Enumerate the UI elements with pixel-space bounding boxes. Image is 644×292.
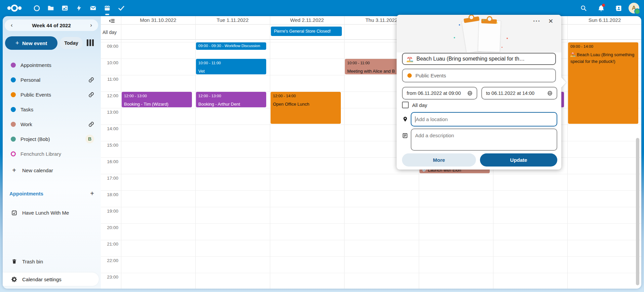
notifications-icon[interactable] [594, 0, 608, 16]
beach-umbrella-icon [407, 56, 413, 62]
share-link-icon[interactable] [88, 121, 94, 127]
appointments-heading: Appointments + [9, 190, 94, 197]
event[interactable]: 10:00 - 11:00Vet [196, 59, 266, 74]
column-divider [121, 16, 121, 289]
sidebar-calendar-work[interactable]: Work [3, 117, 101, 131]
start-datetime-field[interactable]: from 06.11.2022 at 09:00 [402, 87, 477, 100]
hour-line [101, 207, 641, 207]
description-input[interactable]: Add a description [411, 129, 557, 151]
event-title-value: Beach Luau (Bring something special for … [416, 56, 525, 62]
calendar-color-dot[interactable] [11, 122, 16, 127]
event-time: 12:00 - 14:00 [273, 93, 338, 99]
photos-icon[interactable] [58, 0, 72, 16]
new-calendar-button[interactable]: + New calendar [3, 164, 101, 176]
event[interactable]: 12:00 - 13:00Booking - Tim (Wizard) [122, 92, 192, 107]
close-icon[interactable]: ✕ [548, 17, 553, 25]
collapse-weekends-icon[interactable] [109, 18, 115, 25]
hour-label: 22:00 [101, 258, 118, 263]
hour-line [101, 190, 641, 191]
hour-label: 20:00 [101, 225, 118, 230]
add-appointment-button[interactable]: + [90, 190, 94, 197]
day-header: Mon 31.10.2022 [121, 17, 195, 24]
calendar-color-dot[interactable] [11, 137, 16, 142]
new-event-button[interactable]: + New event [5, 36, 57, 50]
event-editor-popup: ··· ✕ + Beach Luau (Bring something spec… [397, 15, 561, 170]
vertical-scrollbar[interactable] [636, 138, 639, 285]
notification-badge [602, 4, 605, 7]
calendar-select[interactable]: Public Events [402, 69, 556, 82]
more-button[interactable]: More [402, 153, 476, 167]
mail-icon[interactable] [86, 0, 100, 16]
previous-week-button[interactable]: ‹ [9, 22, 14, 29]
timezone-globe-icon[interactable] [547, 90, 553, 96]
hour-label: 09:00 [101, 44, 118, 49]
calendar-label: Tasks [21, 107, 33, 112]
next-week-button[interactable]: › [89, 22, 93, 29]
appointment-item[interactable]: Have Lunch With Me [3, 207, 101, 219]
trash-bin-button[interactable]: Trash bin [3, 255, 101, 267]
timezone-globe-icon[interactable] [467, 90, 473, 96]
description-placeholder: Add a description [415, 133, 454, 138]
today-button[interactable]: Today [60, 37, 83, 49]
calendar-icon[interactable] [100, 0, 114, 16]
event-time: 12:00 - 13:00 [124, 93, 190, 99]
hour-label: 13:00 [101, 110, 118, 115]
event-title: Booking - Arthur Dent [198, 101, 264, 107]
column-divider [195, 16, 196, 289]
sidebar-calendar-personal[interactable]: Personal [3, 73, 101, 86]
calendar-color-dot[interactable] [11, 77, 16, 82]
sidebar-calendar-fenchurch-library[interactable]: Fenchurch Library [3, 147, 101, 160]
hour-line [101, 273, 641, 273]
search-icon[interactable] [576, 0, 591, 16]
view-columns-icon[interactable] [87, 39, 94, 46]
event[interactable]: 09:00 - 14:00Beach Luau (Bring something… [568, 42, 638, 124]
nextcloud-logo[interactable] [4, 3, 25, 13]
avatar[interactable]: A [629, 3, 639, 13]
tasks-icon[interactable] [114, 0, 128, 16]
column-divider [270, 16, 270, 289]
allday-checkbox[interactable]: All day [402, 102, 427, 108]
shared-by-avatar: B [85, 135, 94, 143]
calendar-color-dot[interactable] [11, 63, 16, 68]
hour-label: 12:00 [101, 93, 118, 98]
sidebar-calendar-project-bob-[interactable]: Project (Bob)B [3, 132, 101, 146]
calendar-label: Project (Bob) [21, 136, 50, 142]
hour-label: 19:00 [101, 209, 118, 214]
hour-label: 23:00 [101, 275, 118, 280]
sidebar-calendar-public-events[interactable]: Public Events [3, 88, 101, 101]
location-pin-icon [401, 116, 409, 122]
share-link-icon[interactable] [88, 77, 94, 83]
files-icon[interactable] [44, 0, 58, 16]
hour-label: 21:00 [101, 242, 118, 247]
description-icon [401, 133, 409, 139]
more-options-icon[interactable]: ··· [533, 17, 540, 25]
top-navigation-bar: A [0, 0, 644, 16]
hour-line [101, 256, 641, 257]
event[interactable]: 12:00 - 14:00Open Office Lunch [271, 92, 341, 124]
sidebar-calendar-appointments[interactable]: Appointments [3, 58, 101, 72]
sidebar-calendar-tasks[interactable]: Tasks [3, 103, 101, 116]
calendar-color-dot[interactable] [11, 107, 16, 112]
event-title-input[interactable]: Beach Luau (Bring something special for … [402, 53, 556, 65]
location-input[interactable]: Add a location [411, 112, 557, 126]
update-button[interactable]: Update [480, 153, 557, 167]
checkbox-unchecked[interactable] [402, 102, 409, 108]
end-datetime-field[interactable]: to 06.11.2022 at 14:00 [481, 87, 557, 100]
share-link-icon[interactable] [88, 92, 94, 98]
calendar-color-dot[interactable] [11, 151, 16, 156]
event[interactable]: 09:00 - 09:30 - Workflow Discussion [196, 42, 266, 50]
contacts-icon[interactable] [611, 0, 626, 16]
event-time: 12:00 - 13:00 [198, 93, 264, 99]
calendar-color-dot [407, 73, 412, 78]
calendar-settings-button[interactable]: Calendar settings [3, 272, 99, 286]
allday-event[interactable]: Pierre's General Store Closed! [271, 27, 342, 36]
plus-icon: + [11, 167, 17, 174]
calendar-check-icon [11, 210, 17, 216]
activity-icon[interactable] [72, 0, 86, 16]
hour-line [101, 174, 641, 174]
event-title: Booking - Tim (Wizard) [124, 101, 190, 107]
calendar-label: Fenchurch Library [21, 151, 61, 157]
calendar-color-dot[interactable] [11, 92, 16, 97]
dashboard-icon[interactable] [30, 0, 44, 16]
event[interactable]: 12:00 - 13:00Booking - Arthur Dent [196, 92, 266, 107]
